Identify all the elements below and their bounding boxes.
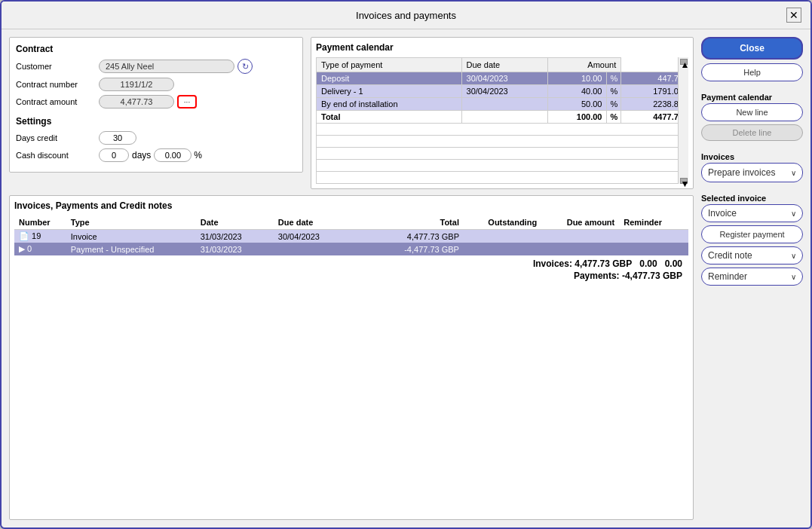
contract-number-row: Contract number <box>16 78 296 91</box>
new-line-button[interactable]: New line <box>701 103 803 121</box>
pc-cell-pct-sign: % <box>607 72 621 85</box>
pc-row-empty <box>317 172 688 184</box>
delete-line-button: Delete line <box>701 124 803 141</box>
inv-col-due-amount: Due amount <box>541 216 619 230</box>
cash-discount-days-input[interactable] <box>99 148 129 162</box>
pc-cell-pct: 10.00 <box>548 72 607 85</box>
inv-cell-type: Payment - Unspecified <box>66 243 196 255</box>
prepare-invoices-button[interactable]: Prepare invoices ∨ <box>701 163 803 182</box>
inv-col-outstanding: Outstanding <box>464 216 541 230</box>
contract-section-title: Contract <box>16 44 296 54</box>
contract-amount-row: Contract amount ··· <box>16 95 296 109</box>
inv-row[interactable]: ▶ 0 Payment - Unspecified 31/03/2023 -4,… <box>14 243 688 255</box>
pc-cell-type: Total <box>317 111 462 124</box>
inv-cell-total: -4,477.73 GBP <box>351 243 464 255</box>
cash-discount-label: Cash discount <box>16 151 99 160</box>
reminder-chevron-icon: ∨ <box>791 273 796 281</box>
selected-invoice-title: Selected invoice <box>701 194 803 203</box>
title-bar: Invoices and payments ✕ <box>2 2 810 29</box>
main-window: Invoices and payments ✕ Contract Custome… <box>0 0 812 529</box>
pc-cell-type: Deposit <box>317 72 462 85</box>
pc-col-due-date: Due date <box>461 58 547 72</box>
credit-note-dropdown-button[interactable]: Credit note ∨ <box>701 246 803 264</box>
invoice-label: Invoice <box>708 208 737 219</box>
contract-amount-more-button[interactable]: ··· <box>177 95 197 109</box>
inv-cell-due-date <box>274 243 351 255</box>
inv-cell-due-amount <box>541 243 619 255</box>
inv-cell-number: 📄 19 <box>14 230 66 243</box>
prepare-chevron-icon: ∨ <box>791 169 796 177</box>
summary-outstanding: 0.00 <box>639 258 657 269</box>
inv-col-reminder: Reminder <box>619 216 688 230</box>
pct-label: % <box>194 150 202 161</box>
window-close-button[interactable]: ✕ <box>786 8 801 23</box>
pc-cell-type: By end of installation <box>317 98 462 111</box>
contract-amount-input[interactable] <box>99 95 174 109</box>
summary-payments: Payments: -4,477.73 GBP <box>574 271 682 281</box>
inv-cell-total: 4,477.73 GBP <box>351 230 464 243</box>
inv-col-type: Type <box>66 216 196 230</box>
credit-note-label: Credit note <box>708 250 752 261</box>
pc-row[interactable]: Delivery - 1 30/04/2023 40.00 % 1791.09 <box>317 85 688 98</box>
pc-row-empty <box>317 124 688 136</box>
contract-number-label: Contract number <box>16 80 99 89</box>
pc-row[interactable]: Total 100.00 % 4477.73 <box>317 111 688 124</box>
inv-cell-reminder <box>619 243 688 255</box>
payment-calendar-table: Type of payment Due date Amount Deposit … <box>316 57 688 184</box>
pc-cell-due-date <box>461 98 547 111</box>
days-credit-row: Days credit <box>16 131 296 145</box>
days-credit-label: Days credit <box>16 133 99 142</box>
reminder-dropdown-button[interactable]: Reminder ∨ <box>701 268 803 286</box>
inv-col-total: Total <box>351 216 464 230</box>
pc-row[interactable]: By end of installation 50.00 % 2238.86 <box>317 98 688 111</box>
inv-col-number: Number <box>14 216 66 230</box>
cash-discount-pct-input[interactable] <box>154 148 192 162</box>
inv-cell-date: 31/03/2023 <box>196 230 274 243</box>
invoices-summary: Invoices: 4,477.73 GBP 0.00 0.00 Payment… <box>14 255 688 284</box>
register-payment-button[interactable]: Register payment <box>701 225 803 243</box>
prepare-invoices-label: Prepare invoices <box>708 167 775 178</box>
help-button[interactable]: Help <box>701 63 803 81</box>
scroll-down-btn[interactable]: ▼ <box>680 178 688 184</box>
pc-cell-due-date: 30/04/2023 <box>461 72 547 85</box>
payment-calendar-right-title: Payment calendar <box>701 93 803 102</box>
window-title: Invoices and payments <box>26 10 786 21</box>
customer-refresh-button[interactable]: ↻ <box>237 59 253 74</box>
pc-col-type: Type of payment <box>317 58 462 72</box>
inv-row[interactable]: 📄 19 Invoice 31/03/2023 30/04/2023 4,477… <box>14 230 688 243</box>
inv-cell-outstanding <box>464 243 541 255</box>
summary-invoices: Invoices: 4,477.73 GBP <box>533 258 632 269</box>
days-credit-input[interactable] <box>99 131 136 145</box>
customer-label: Customer <box>16 62 99 71</box>
pc-col-amount: Amount <box>548 58 621 72</box>
inv-cell-number: ▶ 0 <box>14 243 66 255</box>
scroll-up-btn[interactable]: ▲ <box>680 59 688 65</box>
close-button[interactable]: Close <box>701 37 803 60</box>
pc-row-empty <box>317 160 688 172</box>
settings-section-title: Settings <box>16 116 296 127</box>
invoices-right-title: Invoices <box>701 152 803 161</box>
inv-cell-due-amount <box>541 230 619 243</box>
pc-row-empty <box>317 136 688 148</box>
cash-discount-row: Cash discount days % <box>16 148 296 162</box>
pc-scrollbar[interactable]: ▲ ▼ <box>678 57 688 184</box>
inv-col-due-date: Due date <box>274 216 351 230</box>
inv-cell-type: Invoice <box>66 230 196 243</box>
pc-cell-type: Delivery - 1 <box>317 85 462 98</box>
credit-note-chevron-icon: ∨ <box>791 252 796 260</box>
invoice-dropdown-button[interactable]: Invoice ∨ <box>701 204 803 222</box>
inv-cell-outstanding <box>464 230 541 243</box>
pc-row[interactable]: Deposit 30/04/2023 10.00 % 447.77 <box>317 72 688 85</box>
pc-cell-pct: 40.00 <box>548 85 607 98</box>
inv-cell-due-date: 30/04/2023 <box>274 230 351 243</box>
customer-row: Customer ↻ <box>16 59 296 74</box>
invoice-chevron-icon: ∨ <box>791 209 796 218</box>
pc-cell-pct: 100.00 <box>548 111 607 124</box>
customer-input[interactable] <box>99 60 234 73</box>
pc-row-empty <box>317 148 688 160</box>
pc-cell-due-date: 30/04/2023 <box>461 85 547 98</box>
contract-number-input[interactable] <box>99 78 174 91</box>
invoices-table: Number Type Date Due date Total Outstand… <box>14 216 688 255</box>
pc-cell-pct-sign: % <box>607 85 621 98</box>
days-label: days <box>132 150 151 161</box>
